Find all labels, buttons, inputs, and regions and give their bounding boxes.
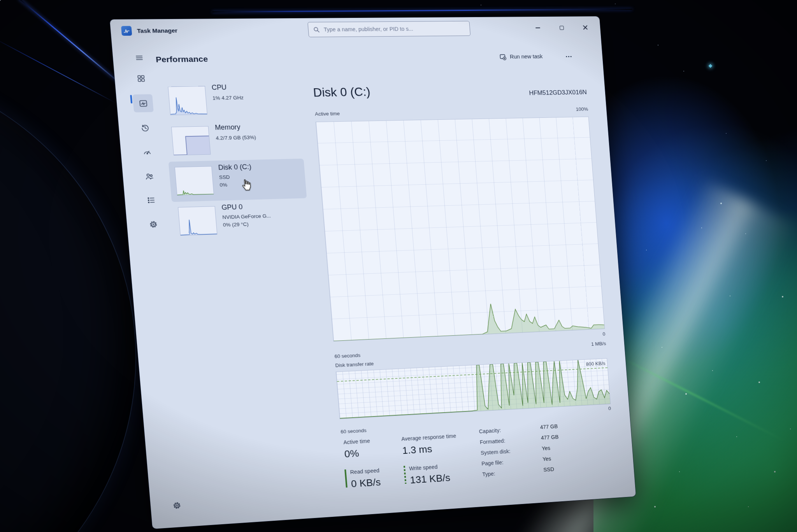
search-box[interactable] [307, 21, 470, 37]
sidebar-item-startup-apps[interactable] [137, 143, 158, 161]
run-new-task-button[interactable]: Run new task [495, 50, 547, 63]
close-button[interactable] [576, 21, 594, 34]
users-icon [144, 172, 154, 181]
sidebar-item-performance[interactable] [133, 94, 154, 112]
write-legend-bar [404, 466, 407, 484]
minimize-button[interactable] [529, 21, 547, 35]
task-manager-window: Task Manager Performance Run new task [110, 16, 636, 529]
wallpaper-planet [0, 66, 136, 532]
stat-active-time-value: 0% [344, 448, 360, 460]
perf-item-title: CPU [211, 84, 227, 92]
read-legend-bar [344, 469, 348, 488]
chart1-xspan: 60 seconds [334, 352, 361, 359]
stat-active-time-label: Active time [343, 438, 370, 445]
minimize-icon [535, 28, 540, 28]
perf-item-subtitle: 1% 4.27 GHz [212, 95, 244, 101]
page-title: Performance [155, 54, 208, 64]
active-time-min: 0 [546, 331, 606, 340]
detail-label: Page file: [481, 459, 504, 467]
titlebar[interactable]: Task Manager [110, 16, 601, 42]
sidebar-item-app-history[interactable] [135, 119, 156, 137]
wallpaper-light-streak [0, 37, 117, 104]
processes-icon [136, 74, 146, 82]
gpu-sparkline [178, 206, 217, 236]
sidebar-item-details[interactable] [140, 191, 162, 209]
detail-label: Capacity: [479, 427, 501, 434]
selected-indicator [130, 95, 132, 103]
task-manager-app-icon [121, 26, 132, 36]
transfer-label: Disk transfer rate [335, 361, 374, 368]
wallpaper-stars [0, 0, 1, 1]
memory-sparkline [171, 126, 211, 155]
wallpaper-light-streak [212, 9, 632, 12]
detail-label: Formatted: [479, 438, 505, 445]
sidebar-item-services[interactable] [143, 215, 164, 233]
perf-item-subtitle: 4.2/7.9 GB (53%) [216, 135, 256, 141]
transfer-min: 0 [552, 406, 611, 415]
detail-label: Type: [482, 471, 495, 477]
disk-model: HFM512GD3JX016N [452, 89, 587, 98]
cpu-sparkline [168, 86, 207, 115]
sidebar-item-users[interactable] [139, 167, 160, 186]
detail-value: 477 GB [541, 434, 558, 441]
stat-write-label: Write speed [409, 464, 438, 472]
stat-write-value: 131 KB/s [409, 472, 451, 486]
disk-page-title: Disk 0 (C:) [312, 85, 371, 100]
perf-item-subtitle: SSD [219, 174, 230, 180]
transfer-scale: 1 MB/s [547, 341, 606, 349]
run-new-task-icon [499, 53, 507, 60]
disk-sparkline [174, 166, 214, 196]
perf-item-title: Memory [215, 123, 241, 132]
stat-avg-response-value: 1.3 ms [402, 443, 433, 457]
stat-read-value: 0 KB/s [351, 476, 381, 490]
detail-value: Yes [542, 456, 551, 462]
perf-item-memory[interactable]: Memory 4.2/7.9 GB (53%) [165, 119, 304, 162]
perf-item-gpu[interactable]: GPU 0 NVIDIA GeForce G... 0% (29 °C) [172, 198, 310, 242]
perf-item-value: 0% (29 °C) [223, 221, 249, 228]
perf-item-disk[interactable]: Disk 0 (C:) SSD 0% [169, 159, 307, 202]
more-options-button[interactable] [561, 51, 576, 62]
perf-item-cpu[interactable]: CPU 1% 4.27 GHz [162, 79, 300, 121]
maximize-icon [559, 26, 564, 30]
desktop-photo: Task Manager Performance Run new task [0, 0, 797, 532]
performance-icon [138, 99, 148, 108]
gauge-icon [142, 148, 152, 156]
search-icon [313, 26, 320, 33]
hand-cursor [239, 178, 255, 194]
detail-value: 477 GB [540, 423, 558, 430]
stat-read-label: Read speed [350, 467, 379, 475]
settings-button[interactable] [166, 496, 187, 514]
maximize-button[interactable] [553, 21, 571, 35]
details-list-icon [146, 196, 156, 205]
detail-value: Yes [542, 445, 551, 451]
active-time-chart [316, 117, 605, 341]
perf-item-value: 0% [219, 182, 228, 188]
close-icon [583, 25, 588, 30]
active-time-max: 100% [529, 106, 588, 113]
run-new-task-label: Run new task [510, 53, 543, 60]
app-title: Task Manager [137, 27, 177, 34]
sidebar-menu-button[interactable] [129, 49, 150, 67]
detail-value: SSD [543, 466, 555, 473]
hamburger-icon [134, 54, 144, 62]
perf-item-title: Disk 0 (C:) [218, 163, 252, 172]
settings-gear-icon [172, 500, 182, 510]
sidebar-item-processes[interactable] [130, 69, 151, 88]
perf-item-title: GPU 0 [221, 203, 243, 212]
services-cog-icon [148, 220, 158, 229]
detail-label: System disk: [481, 448, 511, 456]
perf-item-subtitle: NVIDIA GeForce G... [222, 213, 271, 220]
history-clock-icon [140, 124, 150, 132]
active-time-label: Active time [315, 111, 340, 117]
chart2-xspan: 60 seconds [341, 427, 367, 434]
search-input[interactable] [323, 25, 465, 32]
stat-avg-response-label: Average response time [401, 433, 456, 442]
